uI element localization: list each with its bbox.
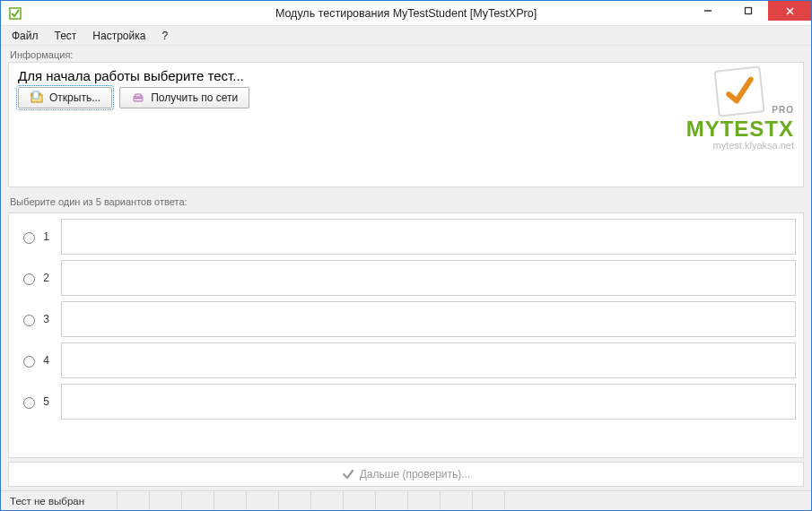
status-cell	[408, 491, 441, 510]
menu-file[interactable]: Файл	[4, 28, 46, 44]
logo-area: PRO MYTESTX mytest.klyaksa.net	[686, 68, 794, 151]
logo-pro-badge: PRO	[772, 105, 794, 115]
logo-checkmark-icon	[714, 65, 765, 117]
app-window: Модуль тестирования MyTestStudent [MyTes…	[0, 0, 812, 511]
answer-row: 2	[16, 260, 796, 296]
app-icon	[8, 6, 22, 21]
menubar: Файл Тест Настройка ?	[1, 26, 811, 46]
answer-text-3[interactable]	[61, 301, 796, 337]
maximize-button[interactable]	[728, 1, 768, 21]
answer-number: 1	[43, 230, 49, 243]
status-cell	[505, 491, 811, 510]
open-file-icon	[30, 91, 44, 105]
status-cell	[182, 491, 214, 510]
status-text: Тест не выбран	[1, 491, 118, 510]
answer-radio-2[interactable]: 2	[16, 260, 52, 296]
menu-help[interactable]: ?	[154, 28, 175, 44]
answer-row: 3	[16, 301, 796, 337]
answer-number: 5	[43, 395, 49, 408]
statusbar: Тест не выбран	[1, 490, 811, 510]
answers-panel: 1 2 3 4	[8, 212, 804, 458]
network-button[interactable]: Получить по сети	[119, 87, 249, 108]
answer-radio-input[interactable]	[23, 232, 35, 244]
open-buttons: Открыть... Получить по сети	[18, 87, 794, 108]
svg-rect-7	[33, 91, 39, 99]
status-cell	[214, 491, 247, 510]
answer-row: 1	[16, 219, 796, 255]
open-button-label: Открыть...	[49, 91, 100, 104]
menu-settings[interactable]: Настройка	[85, 28, 153, 44]
open-button[interactable]: Открыть...	[18, 87, 112, 108]
status-cell	[311, 491, 344, 510]
answer-number: 2	[43, 272, 49, 284]
answer-text-5[interactable]	[61, 384, 796, 420]
info-group-label: Информация:	[1, 46, 811, 62]
status-cell	[150, 491, 182, 510]
network-icon	[131, 91, 145, 105]
answer-radio-4[interactable]: 4	[16, 342, 52, 378]
answer-text-4[interactable]	[61, 342, 796, 378]
info-panel: Для начала работы выберите тест... Откры…	[8, 62, 804, 187]
minimize-icon	[703, 6, 712, 15]
answer-radio-3[interactable]: 3	[16, 301, 52, 337]
network-button-label: Получить по сети	[151, 91, 238, 104]
svg-rect-10	[135, 94, 141, 97]
status-cell	[279, 491, 311, 510]
check-icon	[342, 468, 354, 481]
answer-radio-input[interactable]	[23, 315, 35, 326]
status-cell	[247, 491, 279, 510]
close-button[interactable]	[768, 1, 811, 21]
status-cell	[473, 491, 505, 510]
answer-row: 4	[16, 342, 796, 378]
answer-row: 5	[16, 384, 796, 420]
answer-radio-input[interactable]	[23, 397, 35, 409]
logo-text: MYTESTX	[686, 117, 794, 142]
answer-number: 4	[43, 354, 49, 367]
answer-number: 3	[43, 313, 49, 325]
next-button-label: Дальше (проверить)...	[360, 468, 471, 481]
menu-test[interactable]: Тест	[48, 28, 84, 44]
maximize-icon	[744, 6, 753, 15]
answer-radio-5[interactable]: 5	[16, 384, 52, 420]
answers-group-label: Выберите один из 5 вариантов ответа:	[1, 193, 811, 209]
status-cell	[118, 491, 150, 510]
answer-radio-input[interactable]	[23, 356, 35, 368]
status-cell	[344, 491, 376, 510]
status-cell	[376, 491, 408, 510]
svg-rect-9	[135, 98, 142, 99]
titlebar: Модуль тестирования MyTestStudent [MyTes…	[1, 1, 811, 26]
close-icon	[785, 6, 795, 16]
status-cell	[441, 491, 473, 510]
answer-radio-1[interactable]: 1	[16, 219, 52, 255]
next-button[interactable]: Дальше (проверить)...	[8, 462, 804, 487]
window-controls	[687, 1, 811, 25]
info-prompt: Для начала работы выберите тест...	[18, 68, 794, 83]
answer-text-2[interactable]	[61, 260, 796, 296]
minimize-button[interactable]	[687, 1, 728, 21]
answer-text-1[interactable]	[61, 219, 796, 255]
answer-radio-input[interactable]	[23, 273, 35, 285]
svg-rect-2	[745, 8, 751, 14]
